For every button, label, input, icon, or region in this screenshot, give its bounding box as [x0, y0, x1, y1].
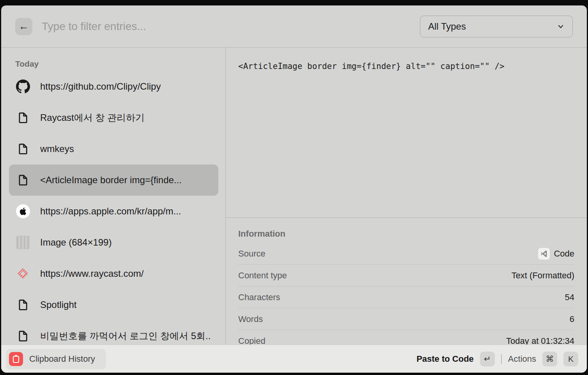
info-value: Code [538, 248, 574, 260]
list-item[interactable]: wmkeys [9, 133, 218, 165]
info-value: Text (Formatted) [512, 271, 574, 281]
footer-actions: Paste to Code ↵ Actions ⌘ K [416, 352, 578, 366]
information-section: Information Source Code Content type Tex… [226, 218, 587, 345]
main-split: Today https://github.com/Clipy/Clipy Ray… [1, 48, 587, 345]
top-bar: ← All Types [1, 5, 587, 48]
list-item[interactable]: Raycast에서 창 관리하기 [9, 102, 218, 133]
info-row-words: Words 6 [238, 308, 574, 330]
type-filter-value: All Types [428, 21, 466, 32]
info-row-content-type: Content type Text (Formatted) [238, 265, 574, 287]
back-arrow-icon: ← [19, 20, 29, 32]
github-icon [16, 80, 30, 94]
list-item[interactable]: https://apps.apple.com/kr/app/m... [9, 196, 218, 227]
chevron-down-icon [557, 23, 565, 30]
entry-label: wmkeys [40, 143, 74, 154]
copied-code-text: <ArticleImage border img={finder} alt=""… [238, 62, 574, 71]
list-item-selected[interactable]: <ArticleImage border img={finde... [9, 165, 218, 196]
source-value: Code [554, 249, 574, 259]
info-label: Content type [238, 271, 287, 281]
content-preview: <ArticleImage border img={finder} alt=""… [226, 48, 587, 218]
information-title: Information [238, 229, 574, 239]
entry-label: Spotlight [40, 299, 76, 310]
entry-label: https://www.raycast.com/ [40, 268, 143, 279]
search-input[interactable] [42, 20, 420, 33]
section-label-today: Today [15, 59, 218, 69]
info-value: 54 [565, 292, 574, 302]
list-item[interactable]: Image (684×199) [9, 227, 218, 258]
entry-label: Raycast에서 창 관리하기 [40, 111, 145, 124]
document-icon [16, 298, 30, 312]
app-pill: Clipboard History [6, 349, 106, 369]
document-icon [16, 329, 30, 343]
entry-label: https://apps.apple.com/kr/app/m... [40, 206, 181, 217]
entry-label: https://github.com/Clipy/Clipy [40, 81, 161, 92]
info-row-characters: Characters 54 [238, 287, 574, 308]
k-key-badge: K [563, 352, 578, 366]
vscode-icon [538, 248, 550, 260]
return-key-badge: ↵ [480, 352, 495, 366]
info-value: 6 [570, 314, 574, 324]
document-icon [16, 111, 30, 125]
info-row-copied: Copied Today at 01:32:34 [238, 330, 574, 345]
app-name: Clipboard History [29, 354, 95, 364]
list-item[interactable]: https://github.com/Clipy/Clipy [9, 71, 218, 102]
info-label: Copied [238, 336, 266, 345]
info-value: Today at 01:32:34 [506, 336, 574, 345]
info-label: Characters [238, 292, 280, 302]
list-item[interactable]: https://www.raycast.com/ [9, 258, 218, 289]
entry-label: Image (684×199) [40, 237, 112, 248]
list-item[interactable]: 비밀번호를 까먹어서 로그인 창에서 5회... [9, 320, 218, 345]
entry-label: 비밀번호를 까먹어서 로그인 창에서 5회... [40, 330, 211, 342]
actions-button[interactable]: Actions [508, 354, 536, 364]
info-label: Words [238, 314, 263, 324]
document-icon [16, 142, 30, 156]
list-item[interactable]: Spotlight [9, 289, 218, 320]
clipboard-history-window: ← All Types Today https://github.com/Cli… [1, 5, 587, 373]
entries-list: Today https://github.com/Clipy/Clipy Ray… [1, 48, 226, 345]
type-filter-dropdown[interactable]: All Types [420, 16, 573, 37]
entry-label: <ArticleImage border img={finde... [40, 175, 182, 186]
action-bar: Clipboard History Paste to Code ↵ Action… [1, 345, 587, 373]
paste-to-code-button[interactable]: Paste to Code [416, 354, 474, 364]
detail-panel: <ArticleImage border img={finder} alt=""… [226, 48, 587, 345]
info-label: Source [238, 249, 266, 259]
footer-divider [501, 354, 502, 364]
raycast-icon [16, 267, 30, 281]
command-key-badge: ⌘ [542, 352, 557, 366]
apple-icon [16, 204, 30, 218]
back-button[interactable]: ← [15, 18, 32, 35]
info-row-source: Source Code [238, 243, 574, 265]
image-thumbnail [16, 235, 30, 249]
clipboard-icon [9, 352, 23, 366]
document-icon [16, 173, 30, 187]
